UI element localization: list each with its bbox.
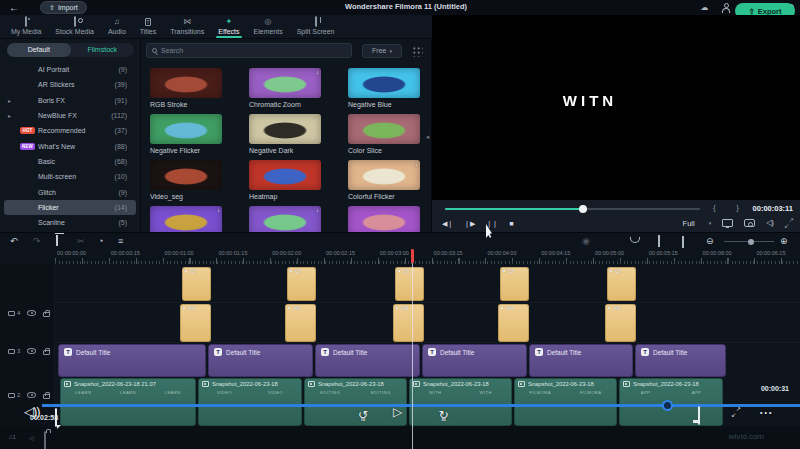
effect-card-negative-dark[interactable]: Negative Dark [249, 114, 321, 157]
category-what-s-new[interactable]: NEWWhat's New(88) [0, 138, 140, 153]
tab-effects[interactable]: ✦Effects [211, 15, 246, 38]
pause-button[interactable]: ❘❘ [487, 219, 499, 228]
category-multi-screen[interactable]: Multi-screen(10) [0, 169, 140, 184]
mark-in-out-buttons[interactable]: {} [713, 203, 739, 212]
category-ar-stickers[interactable]: AR Stickers(39) [0, 77, 140, 92]
title-clip[interactable]: TDefault Title [315, 344, 420, 377]
effect-clip-vid[interactable]: ✦Vid [393, 304, 424, 342]
grid-view-icon[interactable] [411, 45, 423, 57]
track-visibility-icon[interactable] [27, 392, 36, 398]
effect-clip-vid[interactable]: ✦Vid [498, 304, 529, 342]
tab-elements[interactable]: ◎Elements [247, 15, 290, 38]
mark-in-icon[interactable]: { [713, 203, 716, 212]
track-lock-icon[interactable] [43, 350, 50, 355]
download-icon[interactable]: ↓ [316, 69, 319, 75]
delete-icon[interactable] [56, 234, 58, 246]
effect-card-chromatic-zoom[interactable]: ↓Chromatic Zoom [249, 68, 321, 111]
keyframe-icon[interactable] [658, 235, 660, 247]
undo-icon[interactable]: ↶ [10, 235, 18, 247]
title-clip[interactable]: TDefault Title [422, 344, 527, 377]
title-clip[interactable]: TDefault Title [635, 344, 726, 377]
effect-thumbnail[interactable]: ↓ [150, 206, 222, 232]
timeline-ruler[interactable]: 00:00:00:0000:00:00:1500:00:01:0000:00:0… [55, 249, 800, 264]
media-clip[interactable]: Snapshot_2022-06-23-18 21.07LEARNLEARNLE… [60, 378, 196, 426]
category-newblue-fx[interactable]: ▸NewBlue FX(112) [0, 108, 140, 123]
record-icon[interactable]: ◉ [582, 235, 590, 247]
effect-clip-vid[interactable]: ✦Vid [605, 304, 636, 342]
tab-split-screen[interactable]: Split Screen [290, 15, 342, 38]
tab-transitions[interactable]: ⋈Transitions [163, 15, 211, 38]
panel-collapse-handle[interactable]: ◂ [424, 129, 431, 145]
effect-card-colorful-flicker[interactable]: ↓Colorful Flicker [348, 160, 420, 203]
timeline-zoom-slider[interactable] [724, 241, 774, 242]
expand-arrow-icon[interactable]: ▸ [8, 112, 11, 119]
effect-clip-ch[interactable]: ✦Ch [607, 267, 636, 301]
split-scissors-icon[interactable]: ✂ [77, 235, 85, 247]
timeline-scrollbar-knob[interactable] [662, 400, 673, 411]
effect-clip-ch[interactable]: ✦Ch [500, 267, 529, 301]
effect-card-partial-1[interactable]: ↓ [150, 206, 222, 232]
effect-thumbnail[interactable] [348, 114, 420, 144]
effect-card-rgb-stroke[interactable]: RGB Stroke [150, 68, 222, 111]
cloud-icon[interactable]: ☁ [700, 1, 708, 14]
skip-forward-30-button[interactable]: ↻30 [439, 408, 449, 422]
effect-clip-ch[interactable]: ✦Ch [395, 267, 424, 301]
effect-thumbnail[interactable] [348, 68, 420, 98]
price-filter-dropdown[interactable]: Free ▾ [362, 44, 402, 58]
category-scanline[interactable]: Scanline(5) [0, 215, 140, 230]
download-icon[interactable]: ↓ [217, 207, 220, 213]
stop-button[interactable]: ■ [509, 219, 513, 228]
tab-audio[interactable]: ♫Audio [101, 15, 133, 38]
tab-default[interactable]: Default [7, 43, 71, 57]
media-clip[interactable]: Snapshot_2022-06-23-18FILMORAFILMORA [514, 378, 617, 426]
effect-thumbnail[interactable] [150, 114, 222, 144]
account-icon[interactable] [721, 3, 730, 12]
expand-preview-icon[interactable]: ↗↙ [784, 218, 794, 228]
skip-back-10-button[interactable]: ↺10 [358, 408, 368, 422]
effect-card-color-slice[interactable]: Color Slice [348, 114, 420, 157]
track-lock-icon[interactable] [43, 312, 50, 317]
timeline-scrollbar[interactable] [42, 404, 800, 407]
playhead-head[interactable] [411, 249, 414, 263]
effect-thumbnail[interactable] [249, 160, 321, 190]
snapshot-camera-icon[interactable] [744, 219, 755, 227]
track-visibility-icon[interactable] [27, 348, 36, 354]
previous-frame-button[interactable]: ◀❘ [442, 219, 453, 228]
effect-card-partial-2[interactable]: ↓ [249, 206, 321, 232]
pip-icon[interactable] [698, 407, 700, 425]
fullscreen-monitor-icon[interactable] [722, 219, 733, 227]
effect-clip-vid[interactable]: ✦Vid [285, 304, 316, 342]
category-boris-fx[interactable]: ▸Boris FX(91) [0, 93, 140, 108]
media-clip[interactable]: Snapshot_2022-06-23-18VIDEOVIDEO [198, 378, 302, 426]
effect-card-heatmap[interactable]: Heatmap [249, 160, 321, 203]
media-clip[interactable]: Snapshot_2022-06-23-18WITHWITH [409, 378, 512, 426]
playhead-line[interactable] [412, 249, 413, 449]
overlay-subtitle-icon[interactable] [55, 409, 57, 427]
effect-thumbnail[interactable]: ↓ [249, 206, 321, 232]
tab-stock-media[interactable]: Stock Media [48, 15, 101, 38]
back-arrow-icon[interactable]: ← [9, 1, 19, 14]
volume-icon[interactable]: ◁) [766, 218, 773, 228]
speed-icon[interactable]: ◔ [98, 235, 103, 247]
category-basic[interactable]: Basic(68) [0, 154, 140, 169]
track-lock-icon[interactable] [43, 394, 50, 399]
seek-knob[interactable] [579, 205, 587, 213]
effect-thumbnail[interactable] [249, 114, 321, 144]
category-recommended[interactable]: HOTRecommended(37) [0, 123, 140, 138]
more-options-icon[interactable]: ••• [760, 409, 773, 416]
overlay-speaker-icon[interactable]: ◁)) [24, 407, 40, 417]
effect-card-negative-blue[interactable]: Negative Blue [348, 68, 420, 111]
tab-my-media[interactable]: My Media [4, 15, 48, 38]
overlay-play-button[interactable]: ▷ [393, 405, 402, 419]
category-flicker[interactable]: Flicker(14) [4, 200, 136, 215]
tab-titles[interactable]: TTitles [133, 15, 163, 38]
next-frame-button[interactable]: ❘▶ [464, 219, 475, 228]
mark-out-icon[interactable]: } [736, 203, 739, 212]
collapse-timeline-icon[interactable]: ↗↙ [731, 407, 741, 417]
audio-lock-icon[interactable] [44, 432, 46, 449]
expand-arrow-icon[interactable]: ▸ [8, 97, 11, 104]
import-button[interactable]: ⇧ Import [40, 1, 87, 14]
search-input[interactable]: Search [146, 43, 352, 58]
effect-card-video-seg[interactable]: Video_seg [150, 160, 222, 203]
effect-thumbnail[interactable] [150, 68, 222, 98]
